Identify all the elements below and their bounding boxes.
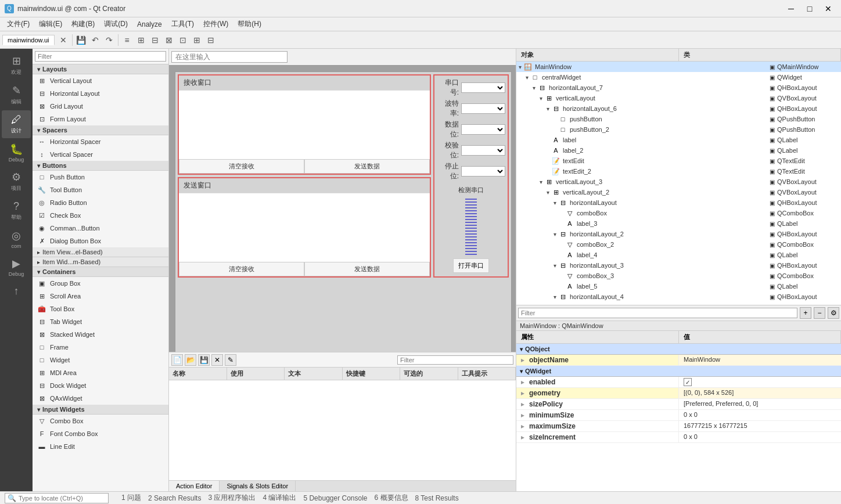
ae-save-button[interactable]: 💾 — [198, 354, 210, 366]
toolbar-btn-8[interactable]: ⊡ — [177, 34, 189, 46]
widget-item-tab-widget[interactable]: ⊟Tab Widget — [33, 315, 168, 328]
widget-item-form-layout[interactable]: ⊡Form Layout — [33, 113, 168, 125]
sidebar-item-项目[interactable]: ⚙项目 — [2, 167, 31, 196]
toolbar-btn-1[interactable]: 💾 — [75, 34, 88, 46]
clear-receive-button[interactable]: 清空接收 — [179, 159, 304, 174]
bottom-tab-0[interactable]: Action Editor — [169, 481, 220, 491]
widget-item-qaxwidget[interactable]: ⊠QAxWidget — [33, 392, 168, 405]
tree-expand-horizontalLayout_3[interactable]: ▾ — [551, 262, 558, 269]
tree-row-textedit[interactable]: 📝textEdit▣QTextEdit — [516, 156, 841, 166]
widget-item-grid-layout[interactable]: ⊠Grid Layout — [33, 100, 168, 113]
minimize-button[interactable]: ─ — [783, 3, 799, 15]
sidebar-item-设计[interactable]: 🖊设计 — [2, 110, 31, 138]
tree-row-pushbutton[interactable]: □pushButton▣QPushButton — [516, 114, 841, 124]
locate-input[interactable] — [19, 495, 106, 502]
status-item-问题[interactable]: 1 问题 — [118, 492, 145, 504]
toolbar-btn-6[interactable]: ⊟ — [149, 34, 161, 46]
maximize-button[interactable]: □ — [802, 3, 818, 15]
widget-category-itemwid...m-based)[interactable]: Item Wid...m-Based) — [33, 257, 168, 267]
widget-item-scroll-area[interactable]: ⊞Scroll Area — [33, 290, 168, 303]
tree-row-horizontallayout_3[interactable]: ▾⊟horizontalLayout_3▣QHBoxLayout — [516, 260, 841, 271]
status-search[interactable]: 🔍 — [5, 493, 109, 503]
menu-item-d[interactable]: 调试(D) — [99, 18, 132, 30]
menu-item-w[interactable]: 控件(W) — [199, 18, 233, 30]
props-config-button[interactable]: ⚙ — [828, 307, 839, 319]
widget-item-tool-box[interactable]: 🧰Tool Box — [33, 303, 168, 315]
ae-open-button[interactable]: 📂 — [185, 354, 196, 366]
tree-row-horizontallayout[interactable]: ▾⊟horizontalLayout▣QHBoxLayout — [516, 197, 841, 208]
widget-item-horizontal-layout[interactable]: ⊟Horizontal Layout — [33, 87, 168, 100]
props-group-QWidget[interactable]: QWidget — [516, 366, 841, 377]
close-button[interactable]: ✕ — [820, 3, 836, 15]
toolbar-btn-10[interactable]: ⊟ — [204, 34, 217, 46]
tree-expand-verticalLayout[interactable]: ▾ — [537, 95, 544, 102]
props-val-sizeIncrement[interactable]: 0 x 0 — [679, 432, 841, 442]
widget-item-dock-widget[interactable]: ⊟Dock Widget — [33, 379, 168, 392]
tree-row-combobox_2[interactable]: ▽comboBox_2▣QComboBox — [516, 239, 841, 250]
sidebar-item-Debug[interactable]: 🐛Debug — [2, 139, 31, 166]
widget-item-font-combo-box[interactable]: FFont Combo Box — [33, 427, 168, 440]
widget-item-radio-button[interactable]: ◎Radio Button — [33, 196, 168, 209]
stop-bits-combo[interactable] — [461, 166, 505, 177]
widget-filter-input[interactable] — [35, 51, 166, 62]
tree-expand-MainWindow[interactable]: ▾ — [516, 64, 523, 70]
widget-item-horizontal-spacer[interactable]: ↔Horizontal Spacer — [33, 135, 168, 148]
menu-item-t[interactable]: 工具(T) — [167, 18, 199, 30]
bottom-tab-1[interactable]: Signals & Slots Editor — [220, 481, 296, 491]
status-item-testresults[interactable]: 8 Test Results — [412, 492, 462, 504]
widget-item-vertical-layout[interactable]: ⊞Vertical Layout — [33, 74, 168, 87]
widget-category-buttons[interactable]: Buttons — [33, 161, 168, 171]
widget-filter[interactable] — [33, 49, 168, 64]
props-group-QObject[interactable]: QObject — [516, 344, 841, 355]
props-val-maximumSize[interactable]: 16777215 x 16777215 — [679, 421, 841, 431]
tree-expand-horizontalLayout_4[interactable]: ▾ — [551, 294, 558, 300]
tree-row-horizontallayout_4[interactable]: ▾⊟horizontalLayout_4▣QHBoxLayout — [516, 291, 841, 302]
status-item-编译输出[interactable]: 4 编译输出 — [259, 492, 300, 504]
tree-row-horizontallayout_2[interactable]: ▾⊟horizontalLayout_2▣QHBoxLayout — [516, 229, 841, 239]
widget-item-check-box[interactable]: ☑Check Box — [33, 209, 168, 222]
ae-edit-button[interactable]: ✎ — [225, 354, 236, 366]
tree-row-verticallayout[interactable]: ▾⊞verticalLayout▣QVBoxLayout — [516, 93, 841, 103]
tree-expand-verticalLayout_3[interactable]: ▾ — [537, 179, 544, 185]
widget-category-containers[interactable]: Containers — [33, 267, 168, 277]
tree-row-label[interactable]: Alabel▣QLabel — [516, 135, 841, 145]
menu-item-h[interactable]: 帮助(H) — [233, 18, 266, 30]
sidebar-item-编辑[interactable]: ✎编辑 — [2, 81, 31, 109]
props-remove-button[interactable]: − — [814, 307, 825, 319]
tree-row-horizontallayout_6[interactable]: ▾⊟horizontalLayout_6▣QHBoxLayout — [516, 103, 841, 114]
tree-expand-horizontalLayout_6[interactable]: ▾ — [544, 106, 551, 112]
data-bits-combo[interactable] — [461, 124, 505, 135]
widget-item-stacked-widget[interactable]: ⊠Stacked Widget — [33, 328, 168, 341]
widget-item-dialog-button-box[interactable]: ✗Dialog Button Box — [33, 235, 168, 247]
parity-combo[interactable] — [461, 145, 505, 156]
tree-row-pushbutton_2[interactable]: □pushButton_2▣QPushButton — [516, 124, 841, 135]
menu-item-f[interactable]: 文件(F) — [2, 18, 34, 30]
tree-row-label_5[interactable]: Alabel_5▣QLabel — [516, 281, 841, 291]
checkbox-enabled[interactable] — [684, 378, 692, 386]
tree-row-label_4[interactable]: Alabel_4▣QLabel — [516, 250, 841, 260]
tree-expand-verticalLayout_2[interactable]: ▾ — [544, 189, 551, 196]
props-val-objectName[interactable]: MainWindow — [679, 355, 841, 365]
tree-row-combobox_3[interactable]: ▽comboBox_3▣QComboBox — [516, 271, 841, 281]
status-item-概要信息[interactable]: 6 概要信息 — [371, 492, 412, 504]
send-data-button-2[interactable]: 发送数据 — [304, 262, 430, 276]
widget-category-itemview...el-based)[interactable]: Item View...el-Based) — [33, 247, 168, 257]
file-tab[interactable]: mainwindow.ui — [2, 35, 55, 45]
widget-item-comman...button[interactable]: ◉Comman...Button — [33, 222, 168, 235]
ae-new-button[interactable]: 📄 — [171, 354, 183, 366]
widget-item-tool-button[interactable]: 🔧Tool Button — [33, 183, 168, 196]
tree-expand-horizontalLayout[interactable]: ▾ — [551, 200, 558, 206]
sidebar-item-欢迎[interactable]: ⊞欢迎 — [2, 51, 31, 80]
clear-send-button[interactable]: 清空接收 — [179, 262, 304, 276]
props-val-sizePolicy[interactable]: [Preferred, Preferred, 0, 0] — [679, 399, 841, 409]
toolbar-btn-4[interactable]: ≡ — [121, 34, 134, 46]
toolbar-btn-7[interactable]: ⊠ — [163, 34, 175, 46]
tree-expand-horizontalLayout_7[interactable]: ▾ — [530, 85, 537, 91]
toolbar-btn-5[interactable]: ⊞ — [135, 34, 148, 46]
sidebar-item-Debug[interactable]: ▶Debug — [2, 254, 31, 280]
widget-item-widget[interactable]: □Widget — [33, 354, 168, 366]
toolbar-btn-2[interactable]: ↶ — [89, 34, 102, 46]
toolbar-btn-3[interactable]: ↷ — [103, 34, 116, 46]
widget-item-frame[interactable]: □Frame — [33, 341, 168, 354]
tree-row-verticallayout_3[interactable]: ▾⊞verticalLayout_3▣QVBoxLayout — [516, 177, 841, 187]
